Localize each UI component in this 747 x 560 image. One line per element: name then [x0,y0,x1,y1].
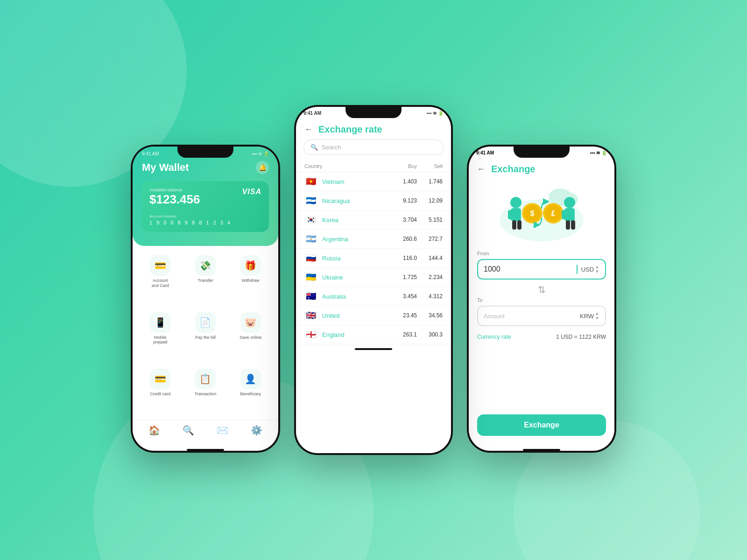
wallet-status-icons: ▪▪▪ ≋ 🔋 [252,151,269,156]
table-header: Country Buy Sell [296,161,451,172]
buy-korea: 3.704 [391,217,417,223]
to-currency-select[interactable]: KRW ▲▼ [580,311,599,321]
notification-bell[interactable]: 🔔 [256,161,269,174]
svg-rect-6 [516,210,521,219]
th-country: Country [304,163,391,169]
flag-australia: 🇦🇺 [304,292,317,301]
save-online-icon: 🐷 [240,312,261,333]
flag-argentina: 🇦🇷 [304,234,317,244]
flag-ukraine: 🇺🇦 [304,273,317,282]
menu-item-mobile[interactable]: 📱 Mobileprepaid [138,308,183,364]
table-row[interactable]: 🇦🇷 Argentina 260.6 272.7 [296,230,451,249]
buy-argentina: 260.6 [391,236,417,242]
svg-rect-17 [562,210,566,219]
from-input-row[interactable]: 1000 USD ▲▼ [477,259,606,280]
menu-label-credit: Credit card [150,392,170,397]
sell-australia: 4.312 [417,293,443,300]
country-name-ukraine: Ukraine [322,274,391,281]
buy-ukraine: 1.725 [391,274,417,280]
currency-rate-row: Currency rate 1 USD = 1122 KRW [477,334,606,340]
home-indicator-center [355,348,392,350]
svg-rect-20 [571,220,575,230]
nav-mail[interactable]: ✉️ [217,425,228,436]
menu-grid: 💳 Accountand Card 💸 Transfer 🎁 Withdraw … [133,246,278,420]
svg-rect-7 [512,220,516,230]
table-row[interactable]: 🇬🇧 United 23.45 34.56 [296,306,451,325]
from-label: From [477,251,606,256]
menu-label-save: Save online [240,335,261,340]
wallet-screen: 9:41 AM ▪▪▪ ≋ 🔋 My Wallet 🔔 Available ba… [133,147,278,451]
menu-item-beneficiary[interactable]: 👤 Beneficiary [228,364,273,415]
buy-russia: 116.0 [391,255,417,261]
currency-up-down-arrows: ▲▼ [595,265,599,274]
svg-rect-18 [570,210,575,219]
ex-back-button[interactable]: ← [477,164,486,174]
menu-item-paybill[interactable]: 📄 Pay the bill [183,308,228,364]
exchange-button[interactable]: Exchange [477,414,606,436]
transfer-icon: 💸 [195,255,216,276]
flag-united: 🇬🇧 [304,311,317,320]
swap-button[interactable]: ⇅ [477,284,606,295]
balance-amount: $123.456 [149,192,200,207]
wallet-time: 9:41 AM [142,151,159,156]
from-amount-input[interactable]: 1000 [484,265,573,273]
ex-time: 9:41 AM [476,150,494,155]
to-amount-placeholder[interactable]: Amount [484,313,576,320]
er-title: Exchange rate [318,124,382,135]
menu-item-transaction[interactable]: 📋 Transaction [183,364,228,415]
wallet-phone: 9:41 AM ▪▪▪ ≋ 🔋 My Wallet 🔔 Available ba… [131,145,280,453]
nav-settings[interactable]: ⚙️ [251,425,262,436]
account-card-icon: 💳 [150,255,170,276]
th-buy: Buy [391,163,417,169]
nav-search[interactable]: 🔍 [183,425,194,436]
wallet-title: My Wallet [142,161,189,174]
search-box[interactable]: 🔍 Search [303,140,444,155]
buy-united: 23.45 [391,312,417,319]
notch-right [514,145,570,158]
illustration-svg: $ [490,183,593,244]
mobile-prepaid-icon: 📱 [150,312,170,333]
currency-rate-value: 1 USD = 1122 KRW [556,334,606,340]
sell-nicaragua: 12.09 [417,197,443,204]
search-input[interactable]: Search [322,144,341,151]
table-row[interactable]: 🇺🇦 Ukraine 1.725 2.234 [296,268,451,287]
ex-title: Exchange [491,164,535,175]
er-header: ← Exchange rate [296,118,451,140]
table-row[interactable]: 🏴󠁧󠁢󠁥󠁮󠁧󠁿 England 263.1 300.3 [296,325,451,344]
menu-label-beneficiary: Beneficiary [240,392,261,397]
flag-vietnam: 🇻🇳 [304,177,317,186]
menu-item-account[interactable]: 💳 Accountand Card [138,251,183,307]
exchange-screen-right: 9:41 AM ▪▪▪ ≋ 🔋 ← Exchange [469,147,614,451]
buy-vietnam: 1.403 [391,178,417,185]
menu-item-withdraw[interactable]: 🎁 Withdraw [228,251,273,307]
flag-england: 🏴󠁧󠁢󠁥󠁮󠁧󠁿 [304,330,317,339]
to-input-row[interactable]: Amount KRW ▲▼ [477,306,606,326]
menu-label-account: Accountand Card [152,278,169,288]
country-name-russia: Russia [322,255,391,262]
er-back-button[interactable]: ← [304,125,313,134]
menu-item-save[interactable]: 🐷 Save online [228,308,273,364]
flag-russia: 🇷🇺 [304,253,317,263]
menu-label-transfer: Transfer [197,278,213,283]
from-currency-select[interactable]: USD ▲▼ [581,265,599,274]
table-row[interactable]: 🇻🇳 Vietnam 1.403 1.746 [296,172,451,191]
to-currency-arrows: ▲▼ [595,311,599,321]
pay-bill-icon: 📄 [195,312,216,333]
table-row[interactable]: 🇰🇷 Korea 3.704 5.151 [296,210,451,230]
menu-item-credit[interactable]: 💳 Credit card [138,364,183,415]
er-status-icons: ▪▪▪ ≋ 🔋 [427,111,444,116]
ex-status-icons: ▪▪▪ ≋ 🔋 [590,150,607,155]
menu-item-transfer[interactable]: 💸 Transfer [183,251,228,307]
svg-rect-5 [508,210,513,219]
nav-home[interactable]: 🏠 [148,425,160,436]
table-row[interactable]: 🇷🇺 Russia 116.0 144.4 [296,249,451,268]
svg-text:$: $ [530,210,535,217]
wallet-card: Available balance $123.456 VISA Account … [142,181,269,232]
table-row[interactable]: 🇳🇮 Nicaragua 9.123 12.09 [296,191,451,210]
credit-card-icon: 💳 [150,369,170,389]
withdraw-icon: 🎁 [240,255,261,276]
table-row[interactable]: 🇦🇺 Australia 3.454 4.312 [296,287,451,306]
th-sell: Sell [417,163,443,169]
from-currency-value: USD [581,266,594,273]
er-time: 9:41 AM [303,111,321,116]
